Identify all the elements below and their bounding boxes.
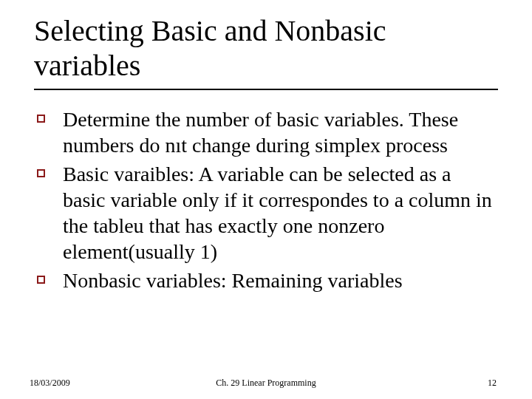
title-block: Selecting Basic and Nonbasic variables — [34, 13, 498, 90]
square-bullet-icon — [37, 276, 45, 284]
list-item: Nonbasic variables: Remaining variables — [37, 267, 498, 293]
bullet-text: Nonbasic variables: Remaining variables — [63, 267, 498, 293]
slide-title: Selecting Basic and Nonbasic variables — [34, 13, 498, 83]
square-bullet-icon — [37, 115, 45, 123]
footer-page: 12 — [488, 378, 497, 389]
square-bullet-icon — [37, 169, 45, 177]
footer: 18/03/2009 Ch. 29 Linear Programming 12 — [0, 378, 532, 389]
slide: Selecting Basic and Nonbasic variables D… — [0, 0, 532, 399]
title-underline — [34, 89, 498, 90]
list-item: Determine the number of basic variables.… — [37, 106, 498, 158]
footer-chapter: Ch. 29 Linear Programming — [216, 378, 316, 389]
footer-date: 18/03/2009 — [30, 378, 70, 389]
bullet-list: Determine the number of basic variables.… — [34, 106, 498, 293]
body: Determine the number of basic variables.… — [34, 106, 498, 293]
bullet-text: Basic varaibles: A variable can be selec… — [63, 161, 498, 265]
list-item: Basic varaibles: A variable can be selec… — [37, 161, 498, 265]
bullet-text: Determine the number of basic variables.… — [63, 106, 498, 158]
